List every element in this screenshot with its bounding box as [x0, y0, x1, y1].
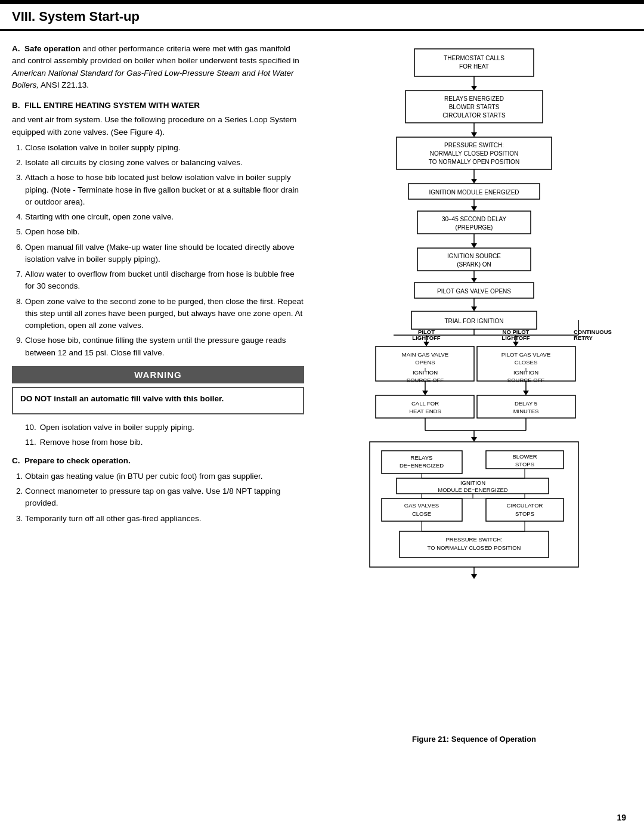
svg-rect-67 — [376, 395, 474, 418]
list-item: Allow water to overflow from bucket unti… — [25, 268, 304, 293]
svg-text:IGNITION: IGNITION — [513, 369, 538, 376]
svg-text:RELAYS: RELAYS — [411, 454, 433, 461]
svg-text:TO NORMALLY OPEN POSITION: TO NORMALLY OPEN POSITION — [429, 159, 519, 165]
warning-content: DO NOT install an automatic fill valve w… — [12, 387, 304, 414]
svg-marker-20 — [471, 206, 477, 211]
list-item-11: Remove hose from hose bib. — [25, 436, 304, 448]
page-title: VIII. System Start-up — [12, 9, 632, 24]
warning-bold: DO NOT install an automatic fill valve w… — [20, 394, 224, 403]
svg-text:CLOSES: CLOSES — [515, 359, 538, 366]
section-b-list: Close isolation valve in boiler supply p… — [12, 142, 304, 359]
svg-rect-0 — [414, 49, 534, 76]
svg-marker-16 — [471, 179, 477, 184]
cont-list: Open isolation valve in boiler supply pi… — [12, 422, 304, 449]
warning-header: WARNING — [12, 366, 304, 383]
svg-marker-10 — [471, 132, 477, 137]
svg-text:LIGHTOFF: LIGHTOFF — [412, 335, 441, 341]
svg-text:PILOT GAS VALVE OPENS: PILOT GAS VALVE OPENS — [437, 288, 511, 295]
section-c-label: C. — [12, 456, 24, 465]
svg-text:30–45 SECOND DELAY: 30–45 SECOND DELAY — [442, 216, 507, 222]
svg-text:HEAT ENDS: HEAT ENDS — [409, 408, 441, 414]
list-item: Attach a hose to hose bib located just b… — [25, 172, 304, 208]
svg-text:(SPARK) ON: (SPARK) ON — [457, 261, 491, 268]
svg-marker-77 — [471, 437, 477, 442]
page-number: 19 — [617, 813, 626, 822]
svg-text:OPENS: OPENS — [415, 359, 435, 366]
svg-text:DE−ENERGIZED: DE−ENERGIZED — [400, 462, 444, 469]
svg-text:IGNITION MODULE ENERGIZED: IGNITION MODULE ENERGIZED — [429, 189, 519, 196]
section-b: B. FILL ENTIRE HEATING SYSTEM WITH WATER… — [12, 100, 304, 359]
svg-text:CLOSE: CLOSE — [412, 510, 431, 517]
svg-text:PILOT GAS VLAVE: PILOT GAS VLAVE — [501, 351, 551, 358]
list-item: Isolate all circuits by closing zone val… — [25, 157, 304, 169]
section-b-intro: and vent air from system. Use the follow… — [12, 114, 304, 138]
svg-text:(PREPURGE): (PREPURGE) — [456, 224, 493, 231]
section-c-list: Obtain gas heating value (in BTU per cub… — [12, 470, 304, 525]
svg-text:MODULE DE−ENERGIZED: MODULE DE−ENERGIZED — [438, 487, 508, 493]
svg-marker-30 — [471, 278, 477, 283]
svg-marker-40 — [423, 342, 429, 346]
list-item: Obtain gas heating value (in BTU per cub… — [25, 470, 304, 482]
svg-text:LIGHTOFF: LIGHTOFF — [501, 335, 530, 341]
svg-text:RETRY: RETRY — [574, 335, 593, 341]
svg-text:DELAY 5: DELAY 5 — [515, 400, 537, 407]
svg-text:NORMALLY CLOSED POSITION: NORMALLY CLOSED POSITION — [430, 150, 519, 157]
svg-text:PRESSURE SWITCH:: PRESSURE SWITCH: — [445, 536, 502, 543]
svg-text:RELAYS ENERGIZED: RELAYS ENERGIZED — [444, 95, 504, 102]
right-column: THERMOSTAT CALLS FOR HEAT RELAYS ENERGIZ… — [316, 43, 632, 744]
svg-text:IGNITION: IGNITION — [460, 479, 485, 486]
list-item: Open hose bib. — [25, 226, 304, 238]
svg-text:IGNITION SOURCE: IGNITION SOURCE — [447, 253, 501, 259]
svg-text:CIRCULATOR  STARTS: CIRCULATOR STARTS — [442, 112, 506, 119]
svg-text:TO NORMALLY CLOSED POSITION: TO NORMALLY CLOSED POSITION — [428, 544, 521, 551]
section-a-text: A. Safe operation and other performance … — [12, 43, 304, 91]
svg-marker-64 — [422, 391, 428, 395]
svg-text:CALL FOR: CALL FOR — [411, 400, 439, 407]
svg-text:PRESSURE SWITCH:: PRESSURE SWITCH: — [444, 142, 504, 148]
list-item: Close hose bib, continue filling the sys… — [25, 335, 304, 359]
svg-text:STOPS: STOPS — [515, 510, 534, 517]
list-item-10: Open isolation valve in boiler supply pi… — [25, 422, 304, 433]
svg-text:MINUTES: MINUTES — [513, 408, 539, 414]
section-a-text2: ANSI Z21.13. — [39, 80, 89, 89]
svg-text:CIRCULATOR: CIRCULATOR — [507, 502, 543, 509]
left-column: A. Safe operation and other performance … — [12, 43, 304, 744]
svg-text:MAIN GAS VALVE: MAIN GAS VALVE — [402, 351, 448, 358]
list-item: Open manual fill valve (Make-up water li… — [25, 241, 304, 266]
svg-rect-70 — [477, 395, 575, 418]
list-item: Starting with one circuit, open zone val… — [25, 211, 304, 223]
section-c-title: Prepare to check operation. — [24, 456, 131, 465]
svg-marker-95 — [471, 574, 477, 579]
svg-text:STOPS: STOPS — [515, 461, 534, 467]
svg-marker-66 — [523, 391, 529, 395]
section-a-bold: Safe operation — [24, 44, 80, 53]
content-area: A. Safe operation and other performance … — [0, 31, 644, 755]
list-item: Open zone valve to the second zone to be… — [25, 296, 304, 332]
section-b-label: B. — [12, 101, 24, 110]
svg-marker-4 — [471, 86, 477, 91]
figure-caption: Figure 21: Sequence of Operation — [412, 735, 536, 744]
svg-text:THERMOSTAT CALLS: THERMOSTAT CALLS — [444, 55, 504, 61]
section-c: C. Prepare to check operation. Obtain ga… — [12, 455, 304, 525]
svg-marker-25 — [471, 243, 477, 248]
section-b-header: B. FILL ENTIRE HEATING SYSTEM WITH WATER — [12, 100, 304, 112]
flowchart: THERMOSTAT CALLS FOR HEAT RELAYS ENERGIZ… — [364, 43, 584, 730]
list-item: Temporarily turn off all other gas-fired… — [25, 513, 304, 525]
svg-marker-34 — [471, 306, 477, 311]
svg-text:FOR HEAT: FOR HEAT — [459, 63, 489, 70]
page-container: VIII. System Start-up A. Safe operation … — [0, 0, 644, 833]
svg-text:TRIAL FOR IGNITION: TRIAL FOR IGNITION — [444, 318, 503, 324]
svg-text:GAS VALVES: GAS VALVES — [404, 502, 439, 509]
section-title-bar: VIII. System Start-up — [0, 2, 644, 31]
warning-text: DO NOT install an automatic fill valve w… — [20, 393, 296, 405]
flowchart-svg: THERMOSTAT CALLS FOR HEAT RELAYS ENERGIZ… — [364, 43, 584, 729]
section-a: A. Safe operation and other performance … — [12, 43, 304, 91]
section-b-title: FILL ENTIRE HEATING SYSTEM WITH WATER — [24, 101, 200, 110]
svg-marker-44 — [513, 342, 519, 346]
svg-text:BLOWER: BLOWER — [512, 453, 537, 460]
list-item: Connect manometer to pressure tap on gas… — [25, 485, 304, 510]
list-item: Close isolation valve in boiler supply p… — [25, 142, 304, 154]
svg-text:BLOWER STARTS: BLOWER STARTS — [449, 104, 500, 110]
svg-text:IGNITION: IGNITION — [413, 369, 438, 376]
section-a-label: A. Safe operation — [12, 44, 80, 53]
